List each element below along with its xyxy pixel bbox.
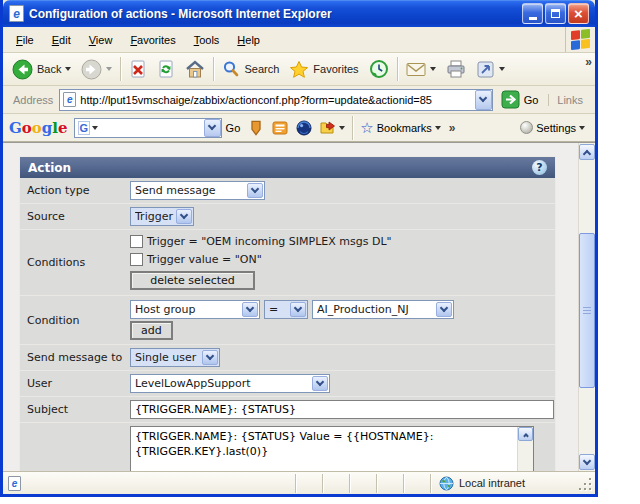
favorites-button[interactable]: Favorites [284, 60, 363, 79]
menu-edit[interactable]: Edit [43, 31, 80, 49]
page-scrollbar[interactable] [578, 143, 595, 471]
bookmarks-star-icon: ☆ [360, 120, 373, 135]
google-search-box[interactable]: G [74, 118, 222, 138]
help-button[interactable]: ? [532, 160, 547, 175]
scrollbar-thumb[interactable] [579, 233, 595, 388]
toolbar-separator [120, 57, 121, 81]
status-panel [322, 474, 349, 493]
forward-button[interactable] [76, 59, 117, 80]
search-button[interactable]: Search [217, 60, 284, 78]
chevron-down-icon [208, 122, 216, 130]
bookmarks-label: Bookmarks [377, 122, 432, 134]
mail-button[interactable] [401, 62, 441, 77]
favorites-label: Favorites [313, 63, 358, 75]
condition-item: Trigger = "OEM incoming SIMPLEX msgs DL" [130, 235, 392, 248]
minimize-button[interactable] [522, 3, 543, 24]
ie-page-icon: e [63, 92, 76, 107]
back-button[interactable]: Back [7, 59, 76, 80]
google-search-go-dropdown[interactable] [204, 119, 221, 137]
toolbar-overflow-chevron[interactable]: » [585, 55, 592, 69]
send-to-select[interactable]: Single user [130, 348, 220, 367]
chevron-up-icon [523, 433, 529, 439]
go-button[interactable]: Go [493, 90, 547, 109]
condition-checkbox[interactable] [130, 235, 143, 248]
message-textarea[interactable]: {TRIGGER.NAME}: {STATUS} Value = {{HOSTN… [131, 427, 517, 471]
address-combo[interactable]: e [59, 89, 492, 111]
mail-dropdown-icon[interactable] [430, 67, 436, 71]
address-dropdown-button[interactable] [475, 90, 492, 110]
status-panel [403, 474, 430, 493]
status-panel [376, 474, 403, 493]
messenger-dropdown-icon[interactable] [499, 67, 505, 71]
google-go-button[interactable]: Go [222, 122, 245, 134]
condition-checkbox[interactable] [130, 253, 143, 266]
close-button[interactable]: × [568, 3, 589, 24]
scroll-up-button[interactable] [518, 427, 533, 441]
textarea-scrollbar[interactable] [517, 427, 533, 471]
highlight-toggle[interactable] [244, 120, 268, 136]
user-row: User LevelLowAppSupport [20, 370, 555, 396]
status-panel [349, 474, 376, 493]
google-search-input[interactable] [98, 122, 203, 134]
condition-operator-select[interactable]: = [264, 300, 308, 319]
menu-file[interactable]: File [7, 31, 43, 49]
stop-button[interactable] [124, 60, 152, 79]
delete-selected-button[interactable]: delete selected [130, 271, 255, 290]
scroll-up-button[interactable] [579, 144, 595, 160]
chevron-down-icon [583, 456, 591, 464]
send-to-dropdown-icon[interactable] [339, 126, 345, 130]
send-to-row: Send message to Single user [20, 344, 555, 370]
address-input[interactable] [80, 94, 470, 106]
settings-orb-icon [520, 121, 533, 134]
bookmarks-button[interactable]: ☆ Bookmarks [356, 120, 444, 135]
refresh-button[interactable] [152, 60, 180, 79]
google-g-icon: G [78, 121, 91, 135]
google-logo: Google [9, 119, 68, 137]
back-dropdown-icon[interactable] [65, 67, 71, 71]
security-zone-label: Local intranet [459, 477, 525, 489]
ie-page-icon: e [8, 476, 21, 491]
messenger-button[interactable] [471, 60, 510, 79]
message-row: Message {TRIGGER.NAME}: {STATUS} Value =… [20, 422, 555, 471]
chevron-down-icon [247, 183, 263, 198]
user-label: User [20, 377, 130, 390]
subject-input[interactable] [130, 400, 554, 419]
send-to-icon [320, 120, 336, 136]
settings-dropdown-icon [579, 126, 585, 130]
condition-label: Condition [20, 314, 130, 327]
add-button[interactable]: add [130, 321, 173, 340]
menu-tools[interactable]: Tools [185, 31, 229, 49]
action-type-select[interactable]: Send message [130, 181, 265, 200]
google-earth-button[interactable] [292, 120, 316, 136]
settings-button[interactable]: Settings [516, 121, 589, 134]
chevron-up-icon [583, 149, 591, 157]
chevron-down-icon [202, 350, 218, 365]
chevron-down-icon [436, 302, 452, 317]
resize-grip[interactable] [579, 478, 592, 491]
send-to-button[interactable] [316, 120, 349, 136]
menu-help[interactable]: Help [228, 31, 269, 49]
google-overflow-chevron[interactable]: » [445, 121, 460, 135]
print-button[interactable] [441, 60, 471, 78]
search-label: Search [244, 63, 279, 75]
title-bar[interactable]: e Configuration of actions - Microsoft I… [3, 0, 595, 27]
links-label[interactable]: Links [548, 94, 591, 106]
home-button[interactable] [180, 60, 210, 79]
condition-target-select[interactable]: AI_Production_NJ [312, 300, 454, 319]
history-button[interactable] [364, 59, 394, 79]
menu-favorites[interactable]: Favorites [121, 31, 184, 49]
maximize-button[interactable] [545, 3, 566, 24]
source-label: Source [20, 210, 130, 223]
status-bar: e Local intranet [3, 471, 595, 494]
bookmarks-dropdown-icon [435, 126, 441, 130]
scroll-down-button[interactable] [579, 454, 595, 470]
google-earth-icon [296, 120, 312, 136]
intranet-globe-icon [439, 476, 454, 491]
status-main-panel: e [8, 476, 295, 491]
source-select[interactable]: Trigger [130, 207, 194, 226]
menu-view[interactable]: View [80, 31, 122, 49]
user-select[interactable]: LevelLowAppSupport [130, 374, 330, 393]
standard-toolbar: Back Search Fa [3, 53, 595, 86]
condition-type-select[interactable]: Host group [130, 300, 260, 319]
google-news-button[interactable] [268, 120, 292, 136]
